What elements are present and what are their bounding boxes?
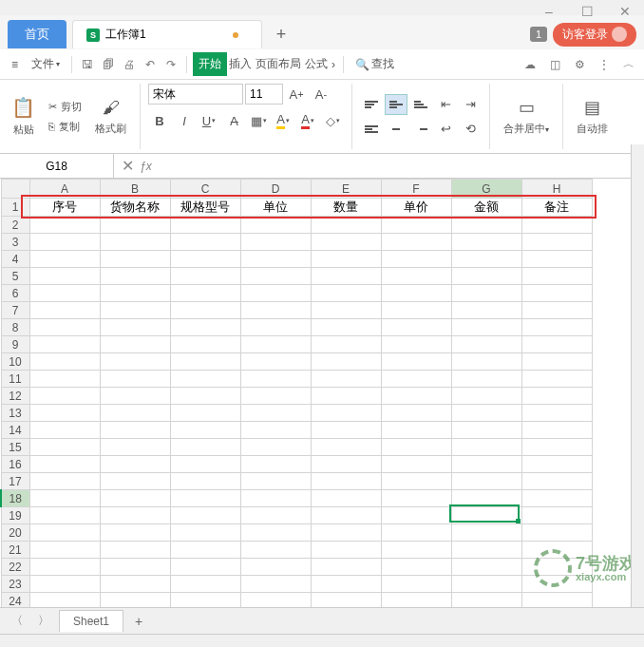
cell[interactable] — [100, 268, 170, 285]
strikethrough-button[interactable]: A̶ — [222, 110, 245, 131]
cell[interactable]: 货物名称 — [100, 199, 170, 217]
ribbon-tab-more[interactable]: › — [330, 54, 337, 75]
cell[interactable] — [451, 353, 521, 371]
cell[interactable] — [240, 319, 311, 336]
cell[interactable] — [521, 217, 592, 234]
cell[interactable] — [100, 353, 170, 371]
menu-file[interactable]: 文件▾ — [26, 52, 66, 76]
cell[interactable] — [451, 507, 521, 524]
cell[interactable] — [381, 302, 451, 319]
cell[interactable] — [521, 507, 592, 524]
tab-document[interactable]: S 工作簿1 — [72, 20, 262, 48]
italic-button[interactable]: I — [173, 110, 196, 131]
cell[interactable] — [170, 422, 240, 439]
cell[interactable] — [381, 422, 451, 439]
cell[interactable] — [170, 490, 240, 507]
cell[interactable] — [311, 285, 381, 302]
cell[interactable] — [521, 234, 592, 251]
cell[interactable] — [170, 285, 240, 302]
column-header[interactable]: C — [170, 180, 240, 199]
cell[interactable] — [29, 388, 100, 405]
cell[interactable] — [240, 490, 311, 507]
row-header[interactable]: 16 — [1, 456, 29, 473]
cell[interactable] — [451, 319, 521, 336]
cell[interactable]: 金额 — [451, 199, 521, 217]
column-header[interactable]: D — [240, 180, 311, 199]
cell[interactable]: 数量 — [311, 199, 381, 217]
row-header[interactable]: 18 — [1, 490, 29, 507]
row-header[interactable]: 7 — [1, 302, 29, 319]
save-as-icon[interactable]: 🗐 — [99, 55, 118, 74]
cell[interactable] — [100, 559, 170, 576]
cell[interactable] — [29, 456, 100, 473]
cell[interactable] — [100, 576, 170, 593]
sheet-tab[interactable]: Sheet1 — [59, 610, 123, 632]
cell[interactable] — [240, 422, 311, 439]
ribbon-tab-insert[interactable]: 插入 — [227, 52, 254, 76]
cell[interactable] — [100, 542, 170, 559]
cell[interactable] — [170, 217, 240, 234]
cell[interactable] — [29, 234, 100, 251]
column-header[interactable]: F — [381, 180, 451, 199]
autoformat-button[interactable]: ▤ 自动排 — [571, 93, 614, 140]
cell[interactable] — [521, 388, 592, 405]
cell[interactable] — [381, 285, 451, 302]
cell[interactable] — [100, 251, 170, 268]
cell[interactable] — [451, 234, 521, 251]
cell[interactable] — [451, 422, 521, 439]
notification-badge[interactable]: 1 — [530, 27, 547, 42]
cell[interactable] — [170, 542, 240, 559]
align-right-button[interactable] — [409, 119, 432, 140]
cell[interactable] — [100, 371, 170, 388]
cell[interactable] — [381, 524, 451, 542]
maximize-button[interactable]: ☐ — [568, 0, 606, 23]
cell[interactable] — [521, 473, 592, 490]
cell[interactable] — [29, 524, 100, 542]
cell[interactable]: 单价 — [381, 199, 451, 217]
cell[interactable] — [240, 388, 311, 405]
cell[interactable] — [311, 422, 381, 439]
cell[interactable] — [29, 422, 100, 439]
cell[interactable] — [381, 234, 451, 251]
cell[interactable] — [240, 507, 311, 524]
cell[interactable] — [521, 319, 592, 336]
cell[interactable] — [311, 336, 381, 353]
guest-login-button[interactable]: 访客登录 — [553, 23, 636, 47]
cell[interactable] — [29, 217, 100, 234]
cell[interactable] — [170, 473, 240, 490]
cell[interactable] — [311, 473, 381, 490]
tab-add-button[interactable]: + — [268, 21, 294, 48]
cell[interactable] — [521, 422, 592, 439]
align-bottom-button[interactable] — [409, 94, 432, 115]
fill-color-button[interactable]: A▾ — [272, 110, 294, 131]
close-button[interactable]: ✕ — [606, 0, 644, 23]
font-size-combo[interactable] — [245, 84, 283, 105]
cell[interactable] — [311, 542, 381, 559]
cell[interactable] — [240, 371, 311, 388]
cell[interactable] — [29, 371, 100, 388]
cell[interactable]: 规格型号 — [170, 199, 240, 217]
copy-button[interactable]: ⎘复制 — [45, 118, 85, 136]
cell[interactable] — [29, 302, 100, 319]
cell[interactable] — [29, 473, 100, 490]
cell[interactable] — [451, 302, 521, 319]
ribbon-tab-page-layout[interactable]: 页面布局 — [254, 52, 303, 76]
wrap-text-button[interactable]: ↩ — [434, 119, 457, 140]
row-header[interactable]: 15 — [1, 439, 29, 456]
cell[interactable] — [311, 576, 381, 593]
row-header[interactable]: 22 — [1, 559, 29, 576]
row-header[interactable]: 3 — [1, 234, 29, 251]
save-icon[interactable]: 🖫 — [78, 55, 97, 74]
row-header[interactable]: 19 — [1, 507, 29, 524]
cell[interactable] — [170, 559, 240, 576]
row-header[interactable]: 12 — [1, 388, 29, 405]
cell[interactable] — [381, 473, 451, 490]
cell[interactable] — [451, 388, 521, 405]
row-header[interactable]: 4 — [1, 251, 29, 268]
cell[interactable] — [451, 524, 521, 542]
border-button[interactable]: ▦▾ — [247, 110, 270, 131]
spreadsheet-grid[interactable]: ABCDEFGH1序号货物名称规格型号单位数量单价金额备注23456789101… — [0, 179, 593, 627]
cell[interactable] — [521, 456, 592, 473]
cell[interactable] — [311, 319, 381, 336]
cell[interactable] — [521, 302, 592, 319]
